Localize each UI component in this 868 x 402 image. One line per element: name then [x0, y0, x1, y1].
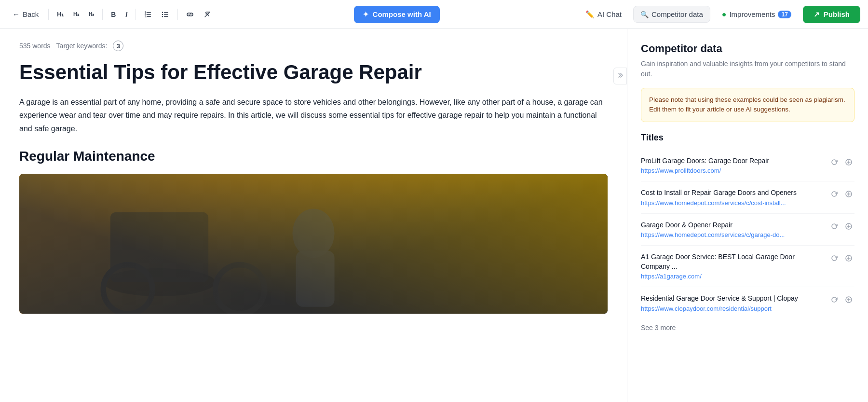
clear-format-button[interactable] [200, 8, 215, 21]
divider [102, 9, 103, 20]
main-layout: 535 words Target keywords: 3 Essential T… [0, 29, 868, 402]
refresh-competitor-button[interactable] [828, 188, 840, 200]
svg-rect-15 [110, 212, 208, 282]
competitor-actions [828, 252, 854, 264]
compose-with-ai-button[interactable]: ✦ Compose with AI [354, 6, 440, 23]
improvements-button[interactable]: ● Improvements 17 [715, 6, 798, 23]
competitor-actions [828, 156, 854, 168]
unordered-list-button[interactable] [158, 8, 173, 21]
toolbar-right: ✏️ AI Chat 🔍 Competitor data ● Improveme… [579, 6, 860, 23]
refresh-competitor-button[interactable] [828, 221, 840, 232]
heading1-button[interactable]: H₁ [54, 9, 67, 20]
unordered-list-icon [162, 11, 169, 18]
toolbar: ← Back H₁ H₂ H₃ B I 1. 2. 3. [0, 0, 868, 29]
competitor-info: ProLift Garage Doors: Garage Door Repair… [641, 156, 825, 175]
svg-rect-0 [147, 12, 151, 13]
refresh-competitor-button[interactable] [828, 294, 840, 305]
competitor-item: Garage Door & Opener Repair https://www.… [641, 214, 854, 246]
ai-chat-button[interactable]: ✏️ AI Chat [579, 6, 628, 23]
improvements-count: 17 [778, 11, 791, 18]
competitor-actions [828, 294, 854, 305]
italic-button[interactable]: I [122, 8, 131, 21]
plus-circle-icon [845, 158, 853, 166]
svg-point-17 [216, 264, 265, 313]
keyword-count-badge[interactable]: 3 [113, 41, 123, 51]
refresh-icon [830, 158, 838, 166]
svg-rect-7 [164, 14, 168, 15]
editor-area: 535 words Target keywords: 3 Essential T… [0, 29, 627, 402]
refresh-icon [830, 190, 838, 198]
add-competitor-button[interactable] [843, 156, 854, 168]
competitor-url[interactable]: https://a1garage.com/ [641, 273, 825, 280]
article-intro[interactable]: A garage is an essential part of any hom… [19, 96, 608, 135]
divider [48, 9, 49, 20]
svg-point-16 [103, 264, 152, 313]
svg-rect-12 [19, 174, 608, 314]
competitor-name: Residential Garage Door Service & Suppor… [641, 294, 825, 304]
link-button[interactable] [183, 8, 197, 21]
competitor-url[interactable]: https://www.clopaydoor.com/residential/s… [641, 305, 825, 312]
sidebar-title: Competitor data [641, 42, 854, 55]
competitor-info: Garage Door & Opener Repair https://www.… [641, 221, 825, 239]
svg-point-9 [162, 12, 163, 13]
compose-label: Compose with AI [373, 10, 431, 18]
svg-point-10 [162, 14, 163, 14]
divider [177, 9, 178, 20]
heading3-button[interactable]: H₃ [85, 9, 97, 19]
wand-icon: ✦ [363, 10, 369, 19]
svg-rect-13 [19, 174, 608, 314]
back-button[interactable]: ← Back [8, 7, 43, 21]
competitor-data-button[interactable]: 🔍 Competitor data [633, 6, 710, 23]
sidebar-collapse-button[interactable] [613, 68, 627, 84]
competitor-list: ProLift Garage Doors: Garage Door Repair… [641, 150, 854, 319]
link-icon [186, 11, 194, 18]
refresh-competitor-button[interactable] [828, 156, 840, 168]
add-competitor-button[interactable] [843, 221, 854, 232]
competitor-item: ProLift Garage Doors: Garage Door Repair… [641, 150, 854, 182]
target-keywords-label: Target keywords: [56, 42, 108, 50]
notice-text: Please note that using these examples co… [649, 96, 845, 113]
toolbar-center: ✦ Compose with AI [218, 6, 575, 23]
publish-button[interactable]: ↗ Publish [803, 6, 860, 23]
svg-rect-1 [147, 14, 151, 15]
competitor-label: Competitor data [651, 10, 703, 18]
competitor-sidebar: Competitor data Gain inspiration and val… [627, 29, 868, 402]
chevrons-right-icon [617, 72, 624, 79]
svg-point-11 [162, 16, 163, 17]
see-more-button[interactable]: See 3 more [641, 319, 676, 332]
svg-rect-8 [164, 16, 168, 17]
heading2-button[interactable]: H₂ [70, 9, 82, 20]
add-competitor-button[interactable] [843, 294, 854, 305]
image-svg [19, 174, 608, 314]
sidebar-subtitle: Gain inspiration and valuable insights f… [641, 59, 854, 79]
doc-meta: 535 words Target keywords: 3 [19, 41, 608, 51]
competitor-item: A1 Garage Door Service: BEST Local Garag… [641, 246, 854, 287]
competitor-info: A1 Garage Door Service: BEST Local Garag… [641, 252, 825, 280]
ai-chat-label: AI Chat [597, 10, 622, 18]
plus-circle-icon [845, 222, 853, 230]
refresh-icon [830, 296, 838, 304]
svg-rect-19 [296, 250, 335, 306]
competitor-url[interactable]: https://www.proliftdoors.com/ [641, 167, 825, 174]
competitor-url[interactable]: https://www.homedepot.com/services/c/cos… [641, 199, 825, 207]
competitor-item: Residential Garage Door Service & Suppor… [641, 287, 854, 319]
competitor-info: Residential Garage Door Service & Suppor… [641, 294, 825, 312]
svg-rect-6 [164, 12, 168, 13]
add-competitor-button[interactable] [843, 188, 854, 200]
plus-circle-icon [845, 296, 853, 304]
ordered-list-button[interactable]: 1. 2. 3. [141, 8, 155, 21]
circle-check-icon: ● [722, 10, 727, 19]
plus-circle-icon [845, 190, 853, 198]
section1-heading[interactable]: Regular Maintenance [19, 149, 608, 164]
refresh-competitor-button[interactable] [828, 252, 840, 264]
competitor-url[interactable]: https://www.homedepot.com/services/c/gar… [641, 231, 825, 238]
competitor-name: ProLift Garage Doors: Garage Door Repair [641, 156, 825, 166]
competitor-name: A1 Garage Door Service: BEST Local Garag… [641, 252, 825, 271]
article-title[interactable]: Essential Tips for Effective Garage Repa… [19, 61, 608, 84]
add-competitor-button[interactable] [843, 252, 854, 264]
bold-button[interactable]: B [108, 8, 119, 21]
svg-point-14 [103, 268, 215, 296]
publish-icon: ↗ [814, 10, 820, 19]
plagiarism-notice: Please note that using these examples co… [641, 88, 854, 122]
toolbar-left: ← Back H₁ H₂ H₃ B I 1. 2. 3. [8, 7, 215, 21]
